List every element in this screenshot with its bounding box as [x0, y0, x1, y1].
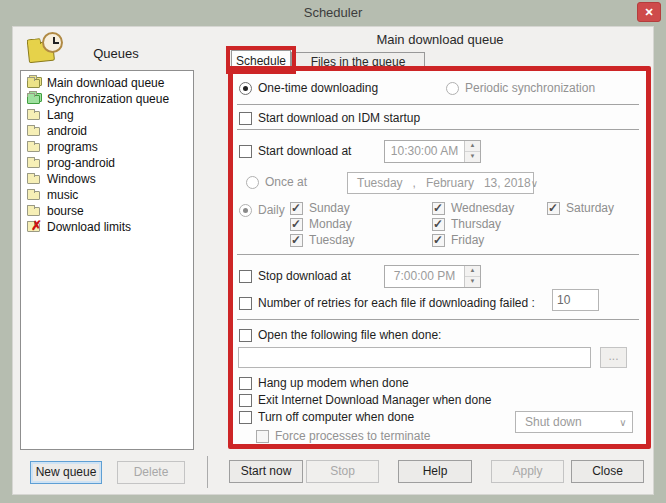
stop-time-spinner[interactable]: 7:00:00 PM ▲▼ — [384, 265, 481, 288]
browse-button[interactable]: ... — [600, 347, 627, 368]
new-queue-button[interactable]: New queue — [30, 461, 102, 484]
close-icon[interactable]: ✕ — [637, 2, 661, 22]
checkbox-icon[interactable] — [432, 234, 445, 247]
queue-item-prog-android[interactable]: prog-android — [23, 155, 191, 171]
queue-item-main-download-queue[interactable]: Main download queue — [23, 75, 191, 91]
checkbox-icon[interactable] — [290, 202, 303, 215]
separator — [237, 104, 639, 105]
sunday-checkbox[interactable]: Sunday — [290, 201, 355, 215]
queue-item-programs[interactable]: programs — [23, 139, 191, 155]
checkbox-icon[interactable] — [290, 234, 303, 247]
radio-icon[interactable] — [239, 204, 252, 217]
stop-download-at-checkbox[interactable]: Stop download at — [239, 268, 351, 284]
schedule-tab-page: One-time downloading Periodic synchroniz… — [230, 70, 649, 447]
checkbox-icon[interactable] — [256, 430, 269, 443]
exit-idm-checkbox[interactable]: Exit Internet Download Manager when done — [239, 392, 491, 408]
start-now-button[interactable]: Start now — [229, 460, 303, 483]
tab-schedule[interactable]: Schedule — [231, 50, 291, 71]
queue-item-windows[interactable]: Windows — [23, 171, 191, 187]
tab-files-in-the-queue[interactable]: Files in the queue — [291, 52, 425, 71]
radio-icon[interactable] — [239, 82, 252, 95]
thursday-checkbox[interactable]: Thursday — [432, 217, 514, 231]
checkbox-icon[interactable] — [239, 377, 252, 390]
start-download-at-checkbox[interactable]: Start download at — [239, 143, 351, 159]
folder-icon — [26, 109, 42, 121]
checkbox-icon[interactable] — [432, 218, 445, 231]
checkbox-icon[interactable] — [432, 202, 445, 215]
folder-icon — [26, 189, 42, 201]
days-column-3: Saturday — [547, 201, 614, 215]
folder-icon — [26, 125, 42, 137]
folder-icon — [26, 173, 42, 185]
periodic-synchronization-radio[interactable]: Periodic synchronization — [446, 80, 595, 96]
close-button[interactable]: Close — [571, 460, 644, 483]
selected-queue-title: Main download queue — [230, 32, 650, 47]
chevron-down-icon: ∨ — [531, 178, 538, 189]
spinner-arrows-icon[interactable]: ▲▼ — [464, 266, 480, 287]
once-at-radio[interactable]: Once at — [246, 174, 307, 190]
one-time-downloading-radio[interactable]: One-time downloading — [239, 80, 378, 96]
window-title: Scheduler — [304, 5, 363, 20]
start-time-spinner[interactable]: 10:30:00 AM ▲▼ — [384, 140, 481, 163]
tuesday-checkbox[interactable]: Tuesday — [290, 233, 355, 247]
spinner-arrows-icon[interactable]: ▲▼ — [464, 141, 480, 162]
radio-icon[interactable] — [446, 82, 459, 95]
date-dropdown[interactable]: Tuesday , February 13, 2018 ∨ — [347, 172, 534, 194]
separator — [237, 129, 639, 130]
panel-divider — [207, 456, 208, 488]
monday-checkbox[interactable]: Monday — [290, 217, 355, 231]
force-terminate-checkbox[interactable]: Force processes to terminate — [256, 428, 430, 444]
open-file-input[interactable] — [238, 347, 591, 368]
checkbox-icon[interactable] — [239, 297, 252, 310]
checkbox-icon[interactable] — [239, 270, 252, 283]
checkbox-icon[interactable] — [239, 411, 252, 424]
hang-up-modem-checkbox[interactable]: Hang up modem when done — [239, 375, 409, 391]
days-column-1: Sunday Monday Tuesday — [290, 201, 355, 247]
start-on-idm-startup-checkbox[interactable]: Start download on IDM startup — [239, 110, 420, 126]
turn-off-computer-checkbox[interactable]: Turn off computer when done — [239, 409, 414, 425]
delete-button[interactable]: Delete — [117, 461, 185, 484]
scheduler-window: { "window": { "title": "Scheduler", "clo… — [0, 0, 666, 503]
queues-panel-title: Queues — [58, 46, 174, 61]
checkbox-icon[interactable] — [547, 202, 560, 215]
retries-input[interactable]: 10 — [552, 289, 599, 311]
queue-item-lang[interactable]: Lang — [23, 107, 191, 123]
sync-queue-folders-icon — [26, 93, 42, 105]
open-file-checkbox[interactable]: Open the following file when done: — [239, 327, 441, 343]
queue-item-music[interactable]: music — [23, 187, 191, 203]
shutdown-mode-dropdown[interactable]: Shut down ∨ — [515, 411, 633, 433]
queue-item-download-limits[interactable]: ✗ Download limits — [23, 219, 191, 235]
queue-item-android[interactable]: android — [23, 123, 191, 139]
daily-radio[interactable]: Daily — [239, 202, 285, 218]
chevron-down-icon: ∨ — [614, 417, 632, 428]
saturday-checkbox[interactable]: Saturday — [547, 201, 614, 215]
retries-checkbox[interactable]: Number of retries for each file if downl… — [239, 295, 535, 311]
separator — [237, 319, 639, 320]
download-limits-icon: ✗ — [26, 221, 42, 233]
queues-list[interactable]: Main download queue Synchronization queu… — [20, 70, 194, 450]
checkbox-icon[interactable] — [239, 112, 252, 125]
queue-item-bourse[interactable]: bourse — [23, 203, 191, 219]
folder-icon — [26, 157, 42, 169]
checkbox-icon[interactable] — [239, 394, 252, 407]
wednesday-checkbox[interactable]: Wednesday — [432, 201, 514, 215]
stop-button[interactable]: Stop — [306, 460, 379, 483]
days-column-2: Wednesday Thursday Friday — [432, 201, 514, 247]
friday-checkbox[interactable]: Friday — [432, 233, 514, 247]
queue-item-synchronization-queue[interactable]: Synchronization queue — [23, 91, 191, 107]
radio-icon[interactable] — [246, 176, 259, 189]
checkbox-icon[interactable] — [239, 145, 252, 158]
help-button[interactable]: Help — [398, 460, 472, 483]
checkbox-icon[interactable] — [239, 329, 252, 342]
folder-icon — [26, 205, 42, 217]
title-bar[interactable]: Scheduler ✕ — [0, 0, 666, 26]
folder-icon — [26, 141, 42, 153]
checkbox-icon[interactable] — [290, 218, 303, 231]
separator — [237, 254, 639, 255]
queue-folders-icon — [26, 77, 42, 89]
apply-button[interactable]: Apply — [491, 460, 564, 483]
